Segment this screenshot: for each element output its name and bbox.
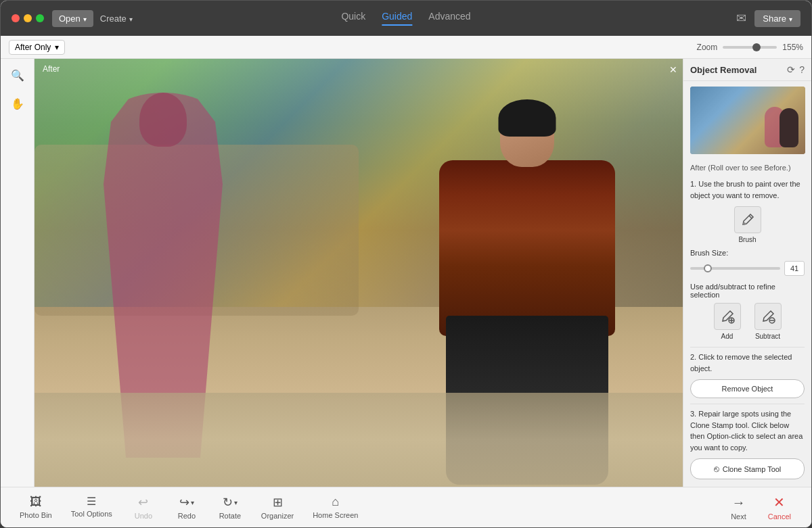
create-label: Create: [100, 14, 127, 24]
bottom-tools: 🖼 Photo Bin ☰ Tool Options ↩ Undo ↪ ▾ Re…: [12, 491, 721, 524]
subtract-tool-button[interactable]: Subtract: [751, 303, 785, 340]
undo-tool[interactable]: ↩ Undo: [123, 491, 164, 524]
photo-bin-icon: 🖼: [30, 495, 42, 509]
photo-bin-label: Photo Bin: [20, 511, 52, 519]
canvas-image: [35, 59, 683, 487]
divider-2: [690, 404, 805, 404]
tool-options-icon: ☰: [87, 495, 96, 508]
after-rollover-label: After (Roll over to see Before.): [690, 164, 805, 172]
reset-icon[interactable]: ⟳: [787, 64, 795, 75]
tab-quick[interactable]: Quick: [341, 11, 365, 26]
help-icon[interactable]: ?: [799, 64, 805, 75]
brush-value[interactable]: 41: [784, 261, 805, 276]
clone-stamp-label: Clone Stamp Tool: [723, 465, 782, 473]
rotate-label: Rotate: [219, 512, 241, 520]
view-mode-select[interactable]: After Only ▾: [9, 40, 65, 55]
preview-thumbnail: [690, 87, 805, 154]
brush-slider-row: 41: [690, 261, 805, 276]
organizer-icon: ⊞: [273, 495, 283, 510]
create-button[interactable]: Create: [93, 10, 139, 27]
rotate-chevron-icon: ▾: [234, 499, 238, 506]
remove-object-button[interactable]: Remove Object: [690, 379, 805, 398]
rotate-icon: ↻ ▾: [223, 495, 238, 510]
undo-icon: ↩: [138, 495, 148, 510]
canvas-area[interactable]: After ✕: [35, 59, 683, 487]
main-content: 🔍 ✋ After ✕: [1, 59, 811, 487]
step3-text: 3. Repair large spots using the Clone St…: [690, 408, 805, 453]
home-screen-label: Home Screen: [313, 511, 358, 519]
tool-options-tool[interactable]: ☰ Tool Options: [63, 491, 120, 524]
next-icon: →: [731, 495, 745, 510]
person-right-torso: [439, 160, 615, 336]
toolbar-row: After Only ▾ Zoom 155%: [1, 36, 811, 59]
redo-chevron-icon: ▾: [191, 499, 194, 506]
brush-thumb: [704, 264, 712, 272]
next-label: Next: [731, 512, 746, 521]
tab-guided[interactable]: Guided: [382, 11, 412, 26]
traffic-lights: [12, 14, 44, 22]
canvas-close-icon[interactable]: ✕: [669, 64, 677, 75]
tool-options-label: Tool Options: [71, 510, 112, 518]
canvas-label: After: [43, 64, 60, 74]
right-panel-title: Object Removal: [690, 65, 757, 75]
redo-tool[interactable]: ↪ ▾ Redo: [166, 491, 207, 524]
zoom-label: Zoom: [697, 43, 718, 52]
subtract-label: Subtract: [755, 333, 780, 340]
refine-label: Use add/subtract to refine selection: [690, 283, 805, 299]
bottom-bar: 🖼 Photo Bin ☰ Tool Options ↩ Undo ↪ ▾ Re…: [1, 487, 811, 527]
maximize-button[interactable]: [36, 14, 44, 22]
close-button[interactable]: [12, 14, 20, 22]
rotate-tool[interactable]: ↻ ▾ Rotate: [210, 491, 250, 524]
add-label: Add: [721, 333, 734, 340]
brush-tool-row: Brush: [690, 206, 805, 243]
share-button[interactable]: Share: [754, 10, 800, 27]
search-tool-icon[interactable]: 🔍: [7, 64, 28, 86]
right-panel-icons: ⟳ ?: [787, 64, 805, 75]
mail-icon[interactable]: ✉: [736, 11, 746, 26]
tab-advanced[interactable]: Advanced: [428, 11, 470, 26]
zoom-value: 155%: [782, 43, 803, 52]
clone-stamp-icon: ⎋: [714, 464, 719, 474]
home-screen-tool[interactable]: ⌂ Home Screen: [304, 491, 366, 524]
person-left-head: [139, 93, 187, 147]
add-icon: [714, 303, 741, 330]
view-mode-value: After Only: [15, 43, 51, 52]
right-panel-header: Object Removal ⟳ ?: [683, 59, 811, 81]
photo-container: [35, 59, 683, 487]
ground: [35, 393, 683, 487]
brush-size-slider[interactable]: [690, 267, 780, 270]
brush-size-label: Brush Size:: [690, 249, 805, 257]
bottom-right: → Next ✕ Cancel: [721, 490, 800, 525]
svg-point-0: [743, 222, 746, 225]
undo-label: Undo: [135, 512, 152, 520]
title-bar-right: ✉ Share: [736, 10, 800, 27]
left-sidebar: 🔍 ✋: [1, 59, 35, 487]
right-panel-content: After (Roll over to see Before.) 1. Use …: [683, 160, 811, 487]
cancel-icon: ✕: [773, 494, 785, 510]
open-button[interactable]: Open: [52, 10, 93, 27]
brush-icon: [734, 206, 761, 233]
organizer-tool[interactable]: ⊞ Organizer: [253, 491, 302, 524]
app-window: Open Create Quick Guided Advanced ✉ Shar…: [0, 0, 812, 528]
thumbnail-bg: [690, 87, 805, 154]
clone-stamp-button[interactable]: ⎋ Clone Stamp Tool: [690, 458, 805, 479]
cancel-button[interactable]: ✕ Cancel: [759, 490, 800, 525]
zoom-slider[interactable]: [723, 46, 777, 49]
organizer-label: Organizer: [261, 512, 294, 520]
home-screen-icon: ⌂: [332, 495, 339, 509]
step2-text: 2. Click to remove the selected object.: [690, 352, 805, 374]
nav-tabs: Quick Guided Advanced: [341, 11, 470, 26]
zoom-control: Zoom 155%: [697, 43, 803, 52]
photo-bin-tool[interactable]: 🖼 Photo Bin: [12, 491, 60, 524]
open-chevron-icon: [83, 14, 87, 24]
person-right-hair: [499, 99, 556, 137]
divider-1: [690, 347, 805, 347]
share-chevron-icon: [789, 14, 792, 24]
hand-tool-icon[interactable]: ✋: [7, 93, 28, 114]
next-button[interactable]: → Next: [721, 491, 756, 525]
right-panel: Object Removal ⟳ ? After (Roll over to s…: [683, 59, 811, 487]
add-tool-button[interactable]: Add: [710, 303, 744, 340]
redo-label: Redo: [178, 512, 196, 520]
brush-tool-button[interactable]: Brush: [731, 206, 765, 243]
minimize-button[interactable]: [24, 14, 32, 22]
